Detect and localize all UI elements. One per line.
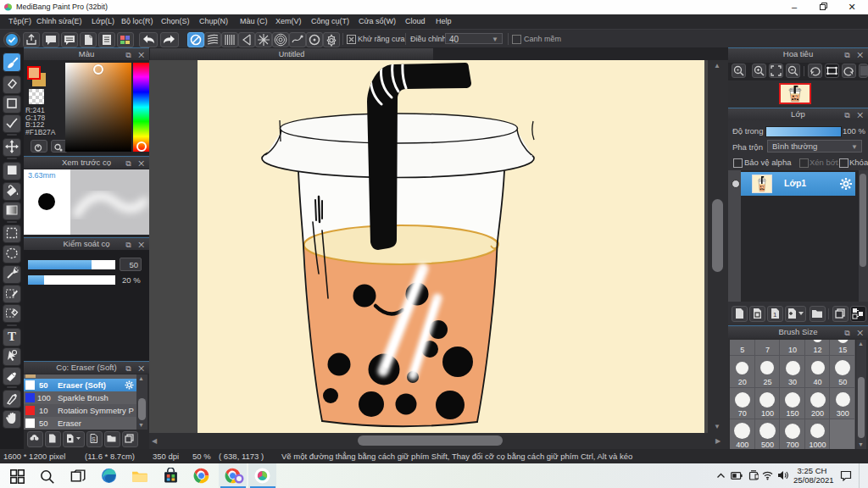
svg-text:1: 1: [773, 311, 777, 319]
svg-text:S: S: [92, 436, 96, 442]
